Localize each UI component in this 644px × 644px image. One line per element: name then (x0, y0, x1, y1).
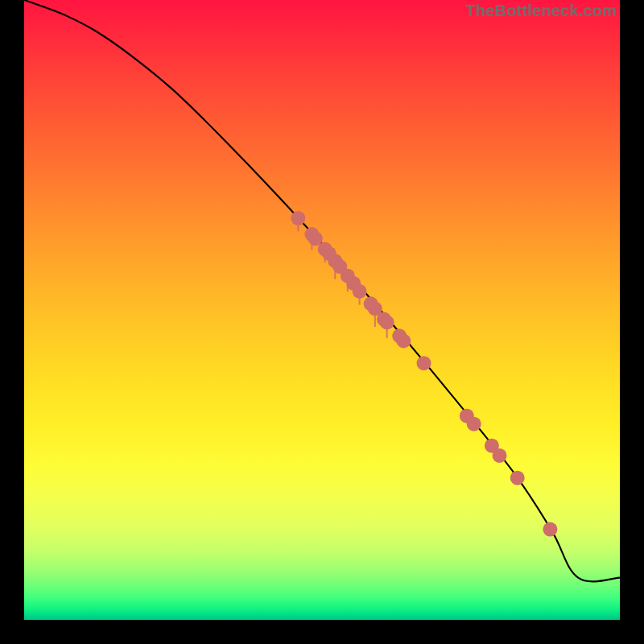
plot-area (24, 0, 620, 620)
data-point (291, 211, 305, 225)
chart-svg (24, 0, 620, 620)
data-point (543, 522, 557, 537)
data-point (417, 356, 431, 370)
scatter-points (291, 211, 557, 537)
data-point (467, 417, 481, 431)
data-point (380, 315, 394, 329)
watermark-text: TheBottleneck.com (465, 2, 617, 20)
data-point (510, 471, 525, 485)
curve-line (24, 0, 620, 581)
data-point (353, 284, 367, 299)
data-point (396, 334, 411, 349)
chart-stage: TheBottleneck.com (0, 0, 644, 644)
data-point (493, 448, 507, 463)
